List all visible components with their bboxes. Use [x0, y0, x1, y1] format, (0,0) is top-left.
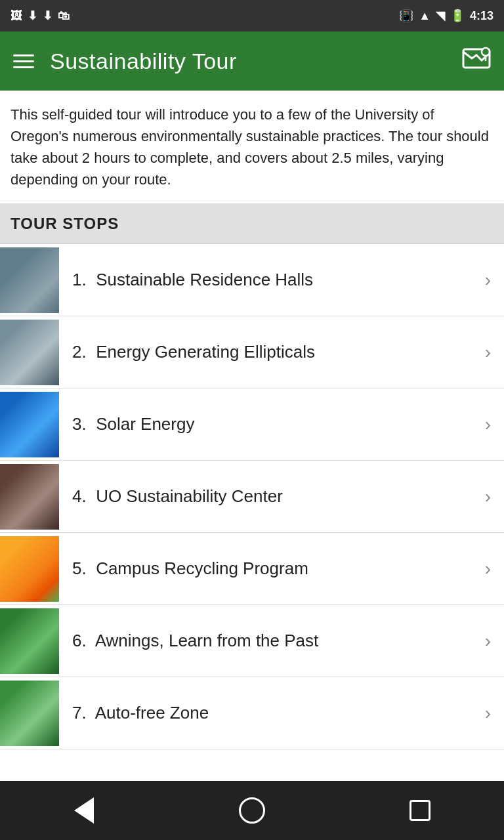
- app-bar: Sustainability Tour: [0, 32, 504, 91]
- recents-button[interactable]: [394, 791, 446, 830]
- section-header: TOUR STOPS: [0, 204, 504, 244]
- tour-thumb-2: [0, 320, 59, 385]
- clock: 4:13: [470, 9, 494, 23]
- tour-stop-label-6: 6. Awnings, Learn from the Past: [59, 631, 485, 651]
- home-icon: [239, 797, 265, 824]
- tour-description: This self-guided tour will introduce you…: [0, 91, 504, 204]
- list-item[interactable]: 4. UO Sustainability Center ›: [0, 461, 504, 533]
- gallery-icon: 🖼: [10, 9, 22, 23]
- tour-thumb-7: [0, 681, 59, 746]
- back-icon: [74, 797, 94, 824]
- section-header-label: TOUR STOPS: [10, 215, 119, 232]
- chevron-right-icon: ›: [485, 703, 504, 724]
- tour-thumb-3: [0, 392, 59, 457]
- description-text: This self-guided tour will introduce you…: [10, 106, 489, 188]
- tour-stop-label-7: 7. Auto-free Zone: [59, 703, 485, 723]
- back-button[interactable]: [58, 791, 110, 830]
- download-icon: ⬇: [28, 9, 37, 23]
- tour-stops-list: 1. Sustainable Residence Halls › 2. Ener…: [0, 244, 504, 781]
- tour-stop-label-2: 2. Energy Generating Ellipticals: [59, 342, 485, 362]
- chevron-right-icon: ›: [485, 414, 504, 435]
- chevron-right-icon: ›: [485, 342, 504, 363]
- page-title: Sustainability Tour: [50, 49, 237, 74]
- list-item[interactable]: 3. Solar Energy ›: [0, 388, 504, 461]
- download2-icon: ⬇: [43, 9, 52, 23]
- status-bar: 🖼 ⬇ ⬇ 🛍 📳 ▲ ◥ 🔋 4:13: [0, 0, 504, 32]
- map-button[interactable]: [462, 44, 491, 79]
- status-left-icons: 🖼 ⬇ ⬇ 🛍: [10, 9, 70, 23]
- list-item[interactable]: 5. Campus Recycling Program ›: [0, 533, 504, 605]
- list-item[interactable]: 7. Auto-free Zone ›: [0, 677, 504, 749]
- chevron-right-icon: ›: [485, 486, 504, 507]
- tour-stop-label-3: 3. Solar Energy: [59, 414, 485, 434]
- vibrate-icon: 📳: [399, 9, 413, 23]
- chevron-right-icon: ›: [485, 558, 504, 579]
- signal-icon: ◥: [436, 9, 445, 23]
- chevron-right-icon: ›: [485, 270, 504, 291]
- tour-stop-label-4: 4. UO Sustainability Center: [59, 486, 485, 507]
- svg-point-1: [482, 48, 490, 56]
- tour-thumb-6: [0, 608, 59, 674]
- list-item[interactable]: 2. Energy Generating Ellipticals ›: [0, 316, 504, 388]
- home-button[interactable]: [226, 791, 278, 830]
- app-bar-left: Sustainability Tour: [13, 49, 237, 74]
- tour-stop-label-5: 5. Campus Recycling Program: [59, 558, 485, 579]
- status-right-icons: 📳 ▲ ◥ 🔋 4:13: [399, 9, 494, 23]
- list-item[interactable]: 1. Sustainable Residence Halls ›: [0, 244, 504, 316]
- battery-icon: 🔋: [450, 9, 465, 23]
- chevron-right-icon: ›: [485, 631, 504, 652]
- recents-icon: [410, 800, 430, 821]
- tour-thumb-5: [0, 536, 59, 602]
- list-item[interactable]: 6. Awnings, Learn from the Past ›: [0, 605, 504, 677]
- menu-button[interactable]: [13, 54, 34, 68]
- bottom-nav: [0, 781, 504, 840]
- wifi-icon: ▲: [419, 9, 430, 23]
- tour-thumb-1: [0, 247, 59, 313]
- tour-stop-label-1: 1. Sustainable Residence Halls: [59, 270, 485, 290]
- bag-icon: 🛍: [58, 9, 70, 23]
- tour-thumb-4: [0, 464, 59, 530]
